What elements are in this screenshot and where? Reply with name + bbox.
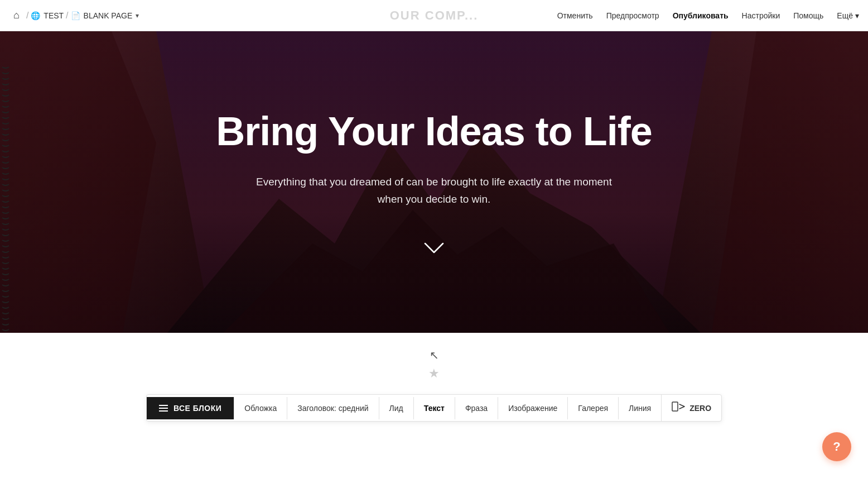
settings-button[interactable]: Настройки [742,11,780,20]
help-button-top[interactable]: Помощь [793,11,823,20]
tab-image[interactable]: Изображение [498,397,567,419]
page-breadcrumb[interactable]: 📄 BLANK PAGE ▾ [71,11,139,20]
grid-icon [159,405,168,412]
site-name: TEST [44,11,64,20]
tab-phrase[interactable]: Фраза [455,397,498,419]
more-menu[interactable]: Ещё ▾ [837,11,859,20]
page-dropdown-arrow: ▾ [136,12,139,20]
tab-line[interactable]: Линия [618,397,661,419]
star-icon: ★ [428,366,440,381]
cursor-area: ↖ [430,344,439,366]
svg-rect-8 [672,402,678,411]
globe-icon: 🌐 [31,11,40,20]
tab-text[interactable]: Текст [413,397,455,419]
hero-title: Bring Your Ideas to Life [216,109,652,154]
publish-button[interactable]: Опубликовать [673,11,729,20]
breadcrumb-sep-1: / [24,11,31,21]
tab-heading-medium[interactable]: Заголовок: средний [287,397,378,419]
page-icon: 📄 [71,11,80,20]
zero-block-button[interactable]: ZERO [661,395,721,421]
help-float-button[interactable]: ? [822,432,851,461]
more-label: Ещё [837,11,853,20]
site-breadcrumb[interactable]: 🌐 TEST [31,11,64,20]
cancel-button[interactable]: Отменить [557,11,593,20]
hero-subtitle: Everything that you dreamed of can be br… [244,174,624,208]
tab-gallery[interactable]: Галерея [567,397,618,419]
more-arrow-icon: ▾ [855,11,859,20]
zero-icon [672,401,685,414]
breadcrumb-sep-2: / [64,11,70,21]
all-blocks-button[interactable]: ВСЕ БЛОКИ [147,397,234,419]
hero-section: Bring Your Ideas to Life Everything that… [0,31,868,333]
home-icon[interactable]: ⌂ [9,9,24,21]
page-name: BLANK PAGE [84,11,133,20]
bottom-section: ↖ ★ ВСЕ БЛОКИ Обложка Заголовок: средний… [0,333,868,478]
preview-button[interactable]: Предпросмотр [606,11,659,20]
topbar: ⌂ / 🌐 TEST / 📄 BLANK PAGE ▾ OUR COMP... … [0,0,868,31]
topbar-left: ⌂ / 🌐 TEST / 📄 BLANK PAGE ▾ [9,9,557,21]
all-blocks-label: ВСЕ БЛОКИ [173,404,221,413]
blocks-toolbar: ВСЕ БЛОКИ Обложка Заголовок: средний Лид… [146,394,722,422]
left-wave-pattern [0,63,11,333]
help-float-label: ? [833,439,840,454]
cursor-icon: ↖ [430,348,439,362]
hero-chevron-down[interactable] [423,241,445,255]
tab-cover[interactable]: Обложка [234,397,287,419]
zero-label: ZERO [689,404,711,413]
hero-content: Bring Your Ideas to Life Everything that… [194,109,674,255]
tab-lead[interactable]: Лид [379,397,413,419]
topbar-right: Отменить Предпросмотр Опубликовать Настр… [557,11,859,20]
